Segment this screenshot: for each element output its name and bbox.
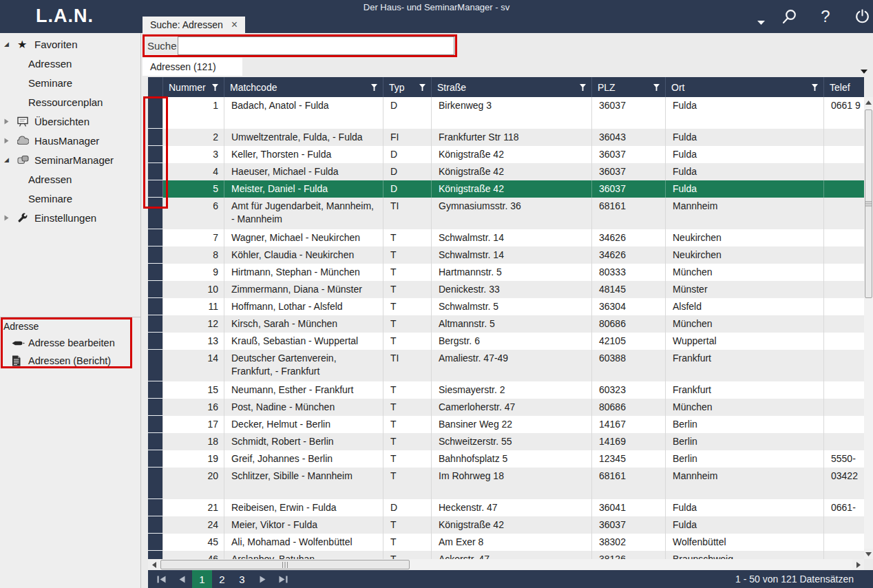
filter-icon[interactable] <box>812 84 818 91</box>
expander-closed-icon[interactable] <box>4 118 17 125</box>
row-selector[interactable] <box>148 350 163 381</box>
filter-icon[interactable] <box>419 84 425 91</box>
sidebar-item-ressourcenplan[interactable]: Ressourcenplan <box>0 92 140 112</box>
table-row-10[interactable]: 10 Zimmermann, Diana - Münster T Denicke… <box>148 281 864 298</box>
sidebar-item-übersichten[interactable]: Übersichten <box>0 112 140 131</box>
table-row-5[interactable]: 5 Meister, Daniel - Fulda D Königstraße … <box>148 180 864 198</box>
filter-icon[interactable] <box>212 84 218 91</box>
column-header-plz[interactable]: PLZ <box>592 77 666 97</box>
column-header-nummer[interactable]: Nummer <box>163 77 224 97</box>
row-selector[interactable] <box>148 468 163 499</box>
expander-closed-icon[interactable] <box>4 138 17 144</box>
sidebar-item-favoriten[interactable]: ◢ ★ Favoriten <box>0 34 140 54</box>
table-row-19[interactable]: 19 Greif, Johannes - Berlin T Bahnhofspl… <box>148 450 864 468</box>
table-row-3[interactable]: 3 Keller, Thorsten - Fulda D Königstraße… <box>148 146 864 163</box>
expander-closed-icon[interactable] <box>4 215 17 221</box>
last-page-button[interactable] <box>273 570 293 588</box>
row-selector[interactable] <box>148 399 163 416</box>
row-selector[interactable] <box>148 163 163 180</box>
table-row-46[interactable]: 46 Arslanbov, Batuhan T Ackerstr. 47 381… <box>148 551 864 559</box>
tab-suche-adressen[interactable]: Suche: Adressen × <box>143 17 245 33</box>
expander-open-icon[interactable]: ◢ <box>4 41 17 48</box>
section-header[interactable]: Adressen (121) <box>143 58 242 76</box>
sidebar-item-einstellungen[interactable]: Einstellungen <box>0 208 140 227</box>
row-selector[interactable] <box>148 298 163 315</box>
row-selector[interactable] <box>148 198 163 229</box>
row-selector[interactable] <box>148 281 163 298</box>
table-row-11[interactable]: 11 Hoffmann, Lothar - Alsfeld T Schwalms… <box>148 298 864 315</box>
sidebar-item-adressen[interactable]: Adressen <box>0 169 140 189</box>
table-row-8[interactable]: 8 Köhler, Claudia - Neukirchen T Schwalm… <box>148 246 864 264</box>
column-header-typ[interactable]: Typ <box>383 77 432 97</box>
table-row-1[interactable]: 1 Badach, Anatol - Fulda D Birkenweg 3 3… <box>148 97 864 129</box>
column-header-strasse[interactable]: Straße <box>432 77 592 97</box>
row-selector[interactable] <box>148 264 163 281</box>
column-header-matchcode[interactable]: Matchcode <box>224 77 383 97</box>
row-selector[interactable] <box>148 146 163 163</box>
row-selector[interactable] <box>148 416 163 433</box>
search-icon[interactable] <box>780 8 798 25</box>
sidebar-item-seminare[interactable]: Seminare <box>0 189 140 208</box>
table-row-21[interactable]: 21 Reibeisen, Erwin - Fulda D Heckenstr.… <box>148 499 864 516</box>
context-action-adresse-bearbeiten[interactable]: Adresse bearbeiten <box>0 334 141 352</box>
table-row-13[interactable]: 13 Krauß, Sebastian - Wuppertal T Bergst… <box>148 333 864 350</box>
table-row-12[interactable]: 12 Kirsch, Sarah - München T Altmannstr.… <box>148 315 864 333</box>
row-selector[interactable] <box>148 450 163 468</box>
table-row-15[interactable]: 15 Neumann, Esther - Frankfurt T Siesmay… <box>148 381 864 399</box>
first-page-button[interactable] <box>151 570 171 588</box>
filter-icon[interactable] <box>371 84 377 91</box>
row-selector[interactable] <box>148 333 163 350</box>
table-row-6[interactable]: 6 Amt für Jugendarbeit, Mannheim, - Mann… <box>148 198 864 229</box>
dropdown-caret-icon[interactable] <box>756 20 766 25</box>
scroll-up-icon[interactable] <box>864 97 873 107</box>
row-selector[interactable] <box>148 381 163 399</box>
expander-open-icon[interactable]: ◢ <box>4 156 17 163</box>
table-row-20[interactable]: 20 Schlitzer, Sibille - Mannheim T Im Ro… <box>148 468 864 499</box>
row-selector[interactable] <box>148 499 163 516</box>
row-selector[interactable] <box>148 534 163 551</box>
horizontal-scrollbar-thumb[interactable] <box>160 560 410 569</box>
scroll-right-icon[interactable] <box>852 559 864 570</box>
row-selector[interactable] <box>148 246 163 264</box>
table-row-24[interactable]: 24 Meier, Viktor - Fulda T Königstraße 4… <box>148 516 864 534</box>
row-selector[interactable] <box>148 229 163 246</box>
next-page-button[interactable] <box>252 570 273 588</box>
context-action-adressen-bericht[interactable]: Adressen (Bericht) <box>0 352 141 370</box>
table-row-16[interactable]: 16 Post, Nadine - München T Camerloherst… <box>148 399 864 416</box>
help-icon[interactable]: ? <box>819 6 832 27</box>
row-selector[interactable] <box>148 97 163 129</box>
sidebar-item-adressen[interactable]: Adressen <box>0 54 140 73</box>
section-collapse-caret-icon[interactable] <box>861 64 867 76</box>
table-row-9[interactable]: 9 Hirtmann, Stephan - München T Hartmann… <box>148 264 864 281</box>
previous-page-button[interactable] <box>171 570 192 588</box>
row-selector[interactable] <box>148 180 163 198</box>
power-icon[interactable] <box>854 8 870 25</box>
filter-icon[interactable] <box>653 84 660 91</box>
row-selector[interactable] <box>148 433 163 450</box>
close-icon[interactable]: × <box>231 20 238 30</box>
horizontal-scrollbar[interactable] <box>148 559 864 570</box>
page-button-1[interactable]: 1 <box>192 570 212 588</box>
sidebar-item-seminarmanager[interactable]: ◢ SeminarManager <box>0 150 140 169</box>
table-row-7[interactable]: 7 Wagner, Michael - Neukirchen T Schwalm… <box>148 229 864 246</box>
page-button-2[interactable]: 2 <box>212 570 232 588</box>
vertical-scrollbar[interactable] <box>864 97 873 559</box>
filter-icon[interactable] <box>580 84 586 91</box>
row-selector[interactable] <box>148 315 163 333</box>
scroll-down-icon[interactable] <box>864 549 873 559</box>
table-row-17[interactable]: 17 Decker, Helmut - Berlin T Bansiner We… <box>148 416 864 433</box>
row-selector[interactable] <box>148 551 163 559</box>
column-header-ort[interactable]: Ort <box>666 77 824 97</box>
table-row-4[interactable]: 4 Haeuser, Michael - Fulda D Königstraße… <box>148 163 864 180</box>
search-input[interactable] <box>178 36 454 55</box>
table-row-2[interactable]: 2 Umweltzentrale, Fulda, - Fulda FI Fran… <box>148 129 864 146</box>
table-row-14[interactable]: 14 Deutscher Gartenverein, Frankfurt, - … <box>148 350 864 381</box>
page-button-3[interactable]: 3 <box>232 570 252 588</box>
table-row-18[interactable]: 18 Schmidt, Robert - Berlin T Schweitzer… <box>148 433 864 450</box>
vertical-scrollbar-thumb[interactable] <box>865 109 872 298</box>
row-selector[interactable] <box>148 129 163 146</box>
row-selector[interactable] <box>148 516 163 534</box>
table-row-45[interactable]: 45 Ali, Mohamad - Wolfenbüttel T Am Exer… <box>148 534 864 551</box>
scroll-left-icon[interactable] <box>148 559 160 570</box>
column-header-telefon[interactable]: Telef <box>824 77 864 97</box>
